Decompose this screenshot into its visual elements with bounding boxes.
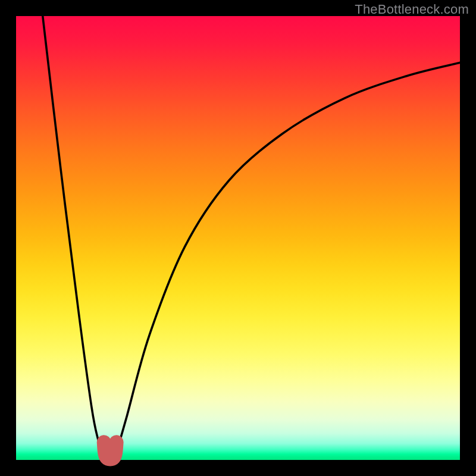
curve-right-branch: [116, 62, 460, 455]
plot-area: [16, 16, 460, 460]
watermark-text: TheBottleneck.com: [355, 2, 469, 17]
chart-frame: TheBottleneck.com: [0, 0, 476, 476]
valley-marker: [104, 442, 117, 459]
chart-curves: [16, 16, 460, 460]
curve-left-branch: [43, 16, 105, 455]
